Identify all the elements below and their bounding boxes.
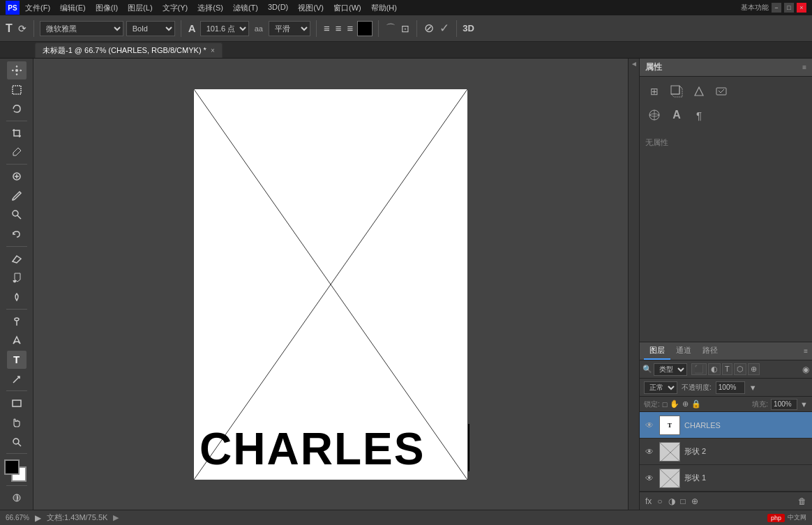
filter-type-select[interactable]: 类型 (654, 363, 687, 376)
filter-toggle[interactable]: ◉ (802, 365, 809, 374)
fill-arrow[interactable]: ▼ (800, 400, 808, 409)
menu-layer[interactable]: 图层(L) (123, 1, 156, 15)
path-select-tool[interactable] (7, 370, 27, 388)
menu-filter[interactable]: 滤镜(T) (229, 1, 262, 15)
maximize-button[interactable]: □ (784, 3, 794, 13)
aa-select[interactable]: 平滑 (269, 21, 310, 36)
foreground-color[interactable] (4, 459, 20, 475)
layer-fx-button[interactable]: fx (644, 495, 653, 508)
layer-group-button[interactable]: □ (679, 495, 687, 508)
filter-type-icon[interactable]: T (722, 363, 732, 375)
menu-3d[interactable]: 3D(D) (264, 1, 292, 15)
font-style-select[interactable]: Bold (126, 21, 175, 36)
crop-tool[interactable] (7, 124, 27, 142)
blend-mode-select[interactable]: 正常 (644, 381, 677, 394)
menu-type[interactable]: 文字(Y) (158, 1, 193, 15)
lock-pixels-icon[interactable]: □ (663, 400, 668, 409)
history-brush-tool[interactable] (7, 225, 27, 243)
menu-edit[interactable]: 编辑(E) (56, 1, 90, 15)
spot-heal-tool[interactable] (7, 167, 27, 185)
clone-stamp-tool[interactable] (7, 206, 27, 225)
zoom-arrow[interactable]: ▶ (35, 513, 41, 523)
cancel-icon[interactable]: ⊘ (423, 20, 435, 37)
layer-item-shape1[interactable]: 👁 形状 1 (640, 465, 812, 492)
lasso-tool[interactable] (7, 100, 27, 118)
warp-icon[interactable]: ⌒ (384, 21, 397, 36)
properties-expand-icon[interactable]: ▶ (629, 60, 638, 69)
type-tool[interactable]: T (7, 351, 27, 369)
dodge-tool[interactable] (7, 312, 27, 330)
layer-delete-button[interactable]: 🗑 (797, 495, 808, 508)
rect-select-tool[interactable] (7, 81, 27, 99)
properties-menu-icon[interactable]: ≡ (802, 63, 806, 71)
threed-button[interactable]: 3D (463, 23, 474, 33)
prop-icon-vector[interactable] (690, 82, 708, 100)
align-right-icon[interactable]: ≡ (345, 21, 354, 36)
confirm-icon[interactable]: ✓ (438, 20, 451, 37)
prop-icon-layer-style[interactable] (712, 82, 730, 100)
font-family-select[interactable]: 微软雅黑 (40, 21, 123, 36)
eyedropper-tool[interactable] (7, 144, 27, 162)
layer-new-button[interactable]: ⊕ (690, 495, 700, 508)
tab-channels[interactable]: 通道 (670, 342, 697, 360)
layer-adj-button[interactable]: ◑ (667, 495, 677, 508)
canvas-area[interactable]: CHARLES (33, 59, 628, 510)
layer-item-charles[interactable]: 👁 T CHARLES (640, 412, 812, 439)
filter-pixel-icon[interactable]: ⬛ (691, 363, 707, 375)
orient-icon[interactable]: ⟳ (17, 22, 28, 36)
prop-icon-3d[interactable] (645, 106, 663, 124)
layer-eye-shape1[interactable]: 👁 (644, 473, 655, 484)
quick-mask-tool[interactable] (7, 489, 27, 507)
prop-icon-transform[interactable]: ⊞ (645, 82, 663, 100)
layer-eye-charles[interactable]: 👁 (644, 420, 655, 431)
layer-eye-shape2[interactable]: 👁 (644, 446, 655, 457)
font-size-select[interactable]: 101.6 点 (200, 21, 249, 36)
prop-icon-3d-transform[interactable] (668, 82, 686, 100)
menu-file[interactable]: 文件(F) (21, 1, 54, 15)
tab-layers[interactable]: 图层 (644, 342, 670, 360)
zoom-tool[interactable] (7, 433, 27, 451)
lock-move-icon[interactable]: ✋ (670, 400, 679, 409)
minimize-button[interactable]: − (772, 3, 781, 13)
tab-paths[interactable]: 路径 (697, 342, 723, 360)
opacity-input[interactable] (716, 381, 745, 394)
move-tool[interactable] (7, 61, 27, 79)
toolbar: T ⟳ 微软雅黑 Bold A 101.6 点 aa 平滑 ≡ ≡ ≡ ⌒ ⊡ … (0, 15, 812, 42)
lock-all-icon[interactable]: 🔒 (691, 400, 701, 409)
prop-icon-type[interactable]: A (668, 106, 686, 124)
menu-select[interactable]: 选择(S) (193, 1, 227, 15)
tab-close-button[interactable]: × (211, 47, 215, 54)
brush-tool[interactable] (7, 187, 27, 205)
doc-info-arrow[interactable]: ▶ (113, 513, 119, 522)
lock-artboard-icon[interactable]: ⊕ (682, 400, 689, 409)
menu-window[interactable]: 窗口(W) (329, 1, 366, 15)
menu-help[interactable]: 帮助(H) (367, 1, 401, 15)
filter-adj-icon[interactable]: ◐ (708, 363, 721, 375)
opacity-arrow[interactable]: ▼ (749, 383, 757, 392)
text-color-box[interactable] (357, 21, 373, 36)
blur-tool[interactable] (7, 288, 27, 306)
align-center-icon[interactable]: ≡ (334, 21, 343, 36)
menu-view[interactable]: 视图(V) (294, 1, 328, 15)
layers-header: 图层 通道 路径 ≡ (640, 342, 812, 360)
type-tool-icon[interactable]: T (4, 21, 14, 36)
close-button[interactable]: × (797, 3, 806, 13)
rect-shape-tool[interactable] (7, 394, 27, 412)
align-left-icon[interactable]: ≡ (322, 21, 331, 36)
prop-icon-paragraph[interactable]: ¶ (690, 106, 708, 124)
layer-mask-button[interactable]: ○ (656, 495, 663, 508)
document-tab[interactable]: 未标题-1 @ 66.7% (CHARLES, RGB/8/CMYK) * × (35, 43, 223, 58)
canvas-x-lines (194, 89, 467, 480)
transform-icon[interactable]: ⊡ (400, 22, 411, 36)
eraser-tool[interactable] (7, 250, 27, 268)
hand-tool[interactable] (7, 413, 27, 432)
filter-shape-icon[interactable]: ⬡ (734, 363, 746, 375)
menu-image[interactable]: 图像(I) (91, 1, 122, 15)
fill-tool[interactable] (7, 268, 27, 287)
layer-thumb-charles: T (659, 416, 680, 435)
layers-menu-icon[interactable]: ≡ (804, 347, 808, 355)
filter-smart-icon[interactable]: ⊕ (748, 363, 760, 375)
layer-item-shape2[interactable]: 👁 形状 2 (640, 439, 812, 465)
pen-tool[interactable] (7, 331, 27, 349)
fill-input[interactable] (771, 399, 797, 410)
